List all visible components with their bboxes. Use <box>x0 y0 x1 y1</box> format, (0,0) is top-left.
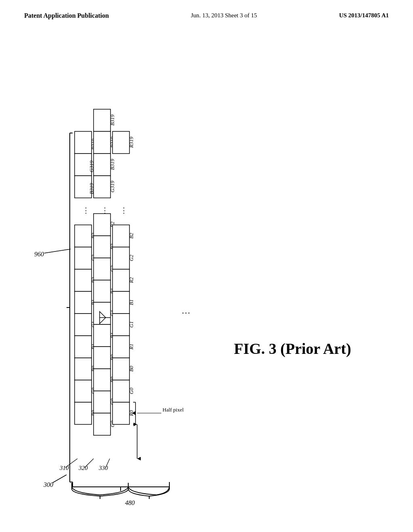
svg-rect-46 <box>113 291 129 314</box>
svg-rect-33 <box>94 258 111 280</box>
cell-g319-c2: G319 <box>109 181 115 192</box>
cell-g1-c3: G1 <box>128 321 134 328</box>
svg-rect-17 <box>94 109 111 131</box>
svg-rect-39 <box>94 347 111 369</box>
svg-rect-44 <box>113 247 129 269</box>
svg-rect-27 <box>75 336 92 358</box>
svg-line-1 <box>44 249 71 253</box>
svg-rect-48 <box>113 336 129 358</box>
svg-rect-20 <box>94 176 111 198</box>
cell-b319-c2: B319 <box>109 159 115 170</box>
svg-rect-18 <box>94 131 111 154</box>
cell-b0-c3: B0 <box>128 366 134 372</box>
ellipsis-col3-top: ⋮ <box>120 206 127 214</box>
ellipsis-col2-top: ⋮ <box>101 206 108 214</box>
svg-rect-28 <box>75 358 92 380</box>
ref-480: 480 <box>125 499 135 506</box>
svg-rect-40 <box>94 369 111 391</box>
svg-rect-41 <box>94 391 111 413</box>
svg-rect-23 <box>75 247 92 269</box>
cell-g2-c3: G2 <box>128 255 134 261</box>
ellipsis-right: … <box>181 305 190 316</box>
cell-r1-c3: R1 <box>128 344 134 350</box>
svg-rect-24 <box>75 269 92 291</box>
svg-line-2 <box>65 459 77 468</box>
svg-rect-26 <box>75 314 92 336</box>
svg-rect-38 <box>94 324 111 347</box>
svg-rect-14 <box>75 131 92 154</box>
half-pixel-label: Half pixel <box>163 407 184 413</box>
svg-rect-25 <box>75 291 92 314</box>
svg-rect-22 <box>75 225 92 247</box>
svg-line-0 <box>52 475 67 483</box>
publication-date-sheet: Jun. 13, 2013 Sheet 3 of 15 <box>191 12 257 19</box>
cell-b319-c2-top: B319 <box>109 114 115 126</box>
svg-rect-49 <box>113 358 129 380</box>
cell-g0-c3: G0 <box>128 388 134 394</box>
cell-b1-c3: B1 <box>128 299 134 305</box>
svg-rect-29 <box>75 380 92 402</box>
ref-300: 300 <box>43 481 53 488</box>
svg-rect-19 <box>94 154 111 176</box>
svg-rect-51 <box>113 402 129 424</box>
fig-label: FIG. 3 (Prior Art) <box>234 340 351 357</box>
svg-rect-43 <box>113 225 129 247</box>
svg-rect-50 <box>113 380 129 402</box>
svg-rect-32 <box>94 236 111 258</box>
svg-rect-45 <box>113 269 129 291</box>
svg-rect-30 <box>75 402 92 424</box>
cell-r319-c3: R319 <box>128 137 134 148</box>
svg-rect-21 <box>113 131 129 154</box>
svg-rect-47 <box>113 314 129 336</box>
publication-title: Patent Application Publication <box>24 12 109 19</box>
diagram-area: 300 960 310 320 330 480 <box>0 31 413 515</box>
svg-rect-34 <box>94 280 111 302</box>
ellipsis-col1-top: ⋮ <box>82 206 90 214</box>
page-header: Patent Application Publication Jun. 13, … <box>0 0 413 23</box>
svg-rect-31 <box>94 214 111 236</box>
ref-960: 960 <box>34 251 44 258</box>
svg-rect-42 <box>94 413 111 435</box>
publication-number: US 2013/147805 A1 <box>339 12 389 19</box>
svg-line-3 <box>85 459 94 468</box>
cell-r2-c3: R2 <box>128 277 134 283</box>
cell-b2-c3: B2 <box>128 233 134 239</box>
